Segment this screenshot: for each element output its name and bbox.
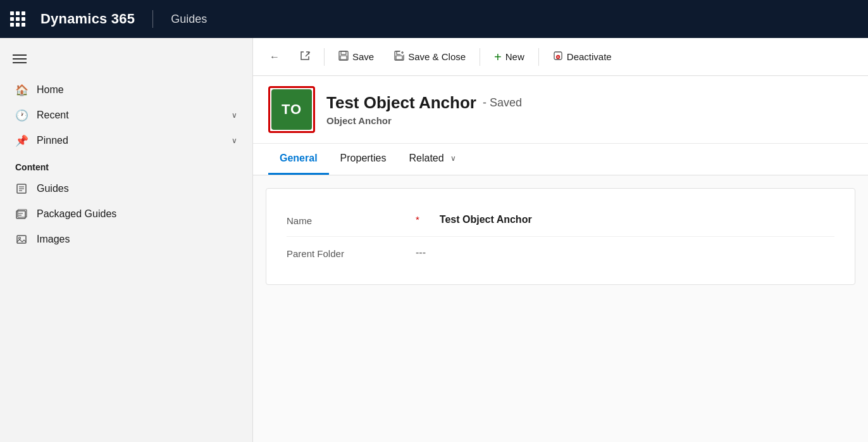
save-close-icon — [394, 51, 404, 63]
avatar: TO — [271, 89, 312, 130]
avatar-wrapper[interactable]: TO — [268, 86, 315, 133]
svg-rect-12 — [340, 56, 347, 60]
svg-rect-11 — [341, 51, 346, 54]
app-title: Dynamics 365 — [40, 11, 135, 27]
new-button[interactable]: + New — [485, 46, 533, 68]
name-value[interactable]: Test Object Anchor — [440, 214, 532, 225]
svg-rect-15 — [396, 56, 402, 60]
tab-properties-label: Properties — [340, 153, 387, 164]
sidebar-item-packaged-guides-label: Packaged Guides — [37, 208, 116, 220]
sidebar-item-images[interactable]: Images — [0, 227, 252, 252]
sidebar-item-packaged-guides[interactable]: Packaged Guides — [0, 201, 252, 227]
chevron-down-icon: ∨ — [232, 136, 237, 145]
name-label: Name — [287, 214, 400, 226]
sidebar-item-guides[interactable]: Guides — [0, 176, 252, 201]
sidebar-item-guides-label: Guides — [37, 183, 69, 194]
sidebar-item-pinned-label: Pinned — [37, 135, 68, 146]
toolbar-divider-3 — [538, 48, 539, 66]
sidebar: 🏠 Home 🕐 Recent ∨ 📌 Pinned ∨ Content — [0, 38, 253, 442]
images-icon — [15, 233, 28, 246]
tabs-bar: General Properties Related ∨ — [253, 144, 868, 175]
nav-divider — [152, 10, 153, 28]
parent-folder-label: Parent Folder — [287, 247, 400, 259]
open-icon — [300, 51, 310, 63]
app-launcher-icon[interactable] — [10, 11, 25, 27]
recent-icon: 🕐 — [15, 109, 28, 122]
module-title: Guides — [171, 13, 207, 26]
toolbar-divider — [324, 48, 325, 66]
save-icon — [338, 51, 349, 63]
record-type: Object Anchor — [326, 115, 522, 126]
new-icon: + — [494, 51, 502, 63]
save-close-button[interactable]: Save & Close — [385, 46, 474, 68]
chevron-down-icon: ∨ — [450, 154, 456, 163]
hamburger-button[interactable] — [0, 46, 252, 77]
home-icon: 🏠 — [15, 84, 28, 96]
save-label: Save — [352, 51, 374, 62]
required-indicator: * — [416, 214, 419, 225]
tab-general[interactable]: General — [268, 144, 329, 175]
save-close-label: Save & Close — [408, 51, 466, 62]
deactivate-icon — [553, 51, 563, 63]
back-button[interactable]: ← — [261, 46, 288, 68]
svg-point-9 — [19, 237, 21, 239]
top-nav: Dynamics 365 Guides — [0, 0, 868, 38]
record-saved-status: - Saved — [483, 96, 522, 110]
toolbar: ← — [253, 38, 868, 76]
svg-rect-8 — [17, 236, 26, 243]
toolbar-divider-2 — [480, 48, 480, 66]
sidebar-item-recent[interactable]: 🕐 Recent ∨ — [0, 103, 252, 128]
form-card: Name * Test Object Anchor Parent Folder … — [266, 188, 855, 285]
content-area: ← — [253, 38, 868, 442]
parent-folder-value[interactable]: --- — [416, 247, 426, 258]
form-row-parent-folder: Parent Folder --- — [287, 237, 834, 269]
sidebar-item-recent-label: Recent — [37, 110, 69, 121]
form-row-name: Name * Test Object Anchor — [287, 204, 834, 237]
guides-icon — [15, 182, 28, 195]
tab-properties[interactable]: Properties — [329, 144, 398, 175]
record-header: TO Test Object Anchor - Saved Object Anc… — [253, 76, 868, 144]
pin-icon: 📌 — [15, 134, 28, 147]
sidebar-item-pinned[interactable]: 📌 Pinned ∨ — [0, 128, 252, 153]
deactivate-label: Deactivate — [567, 51, 612, 62]
save-button[interactable]: Save — [330, 46, 383, 68]
tab-general-label: General — [280, 153, 318, 164]
record-title: Test Object Anchor — [326, 93, 476, 113]
sidebar-item-home-label: Home — [37, 84, 64, 96]
record-title-row: Test Object Anchor - Saved — [326, 93, 522, 113]
sidebar-item-images-label: Images — [37, 234, 70, 245]
main-layout: 🏠 Home 🕐 Recent ∨ 📌 Pinned ∨ Content — [0, 38, 868, 442]
tab-related[interactable]: Related ∨ — [398, 144, 468, 175]
record-title-area: Test Object Anchor - Saved Object Anchor — [326, 93, 522, 126]
sidebar-section-content: Content — [0, 153, 252, 176]
tab-related-label: Related — [409, 153, 444, 164]
chevron-down-icon: ∨ — [232, 111, 237, 120]
form-area: Name * Test Object Anchor Parent Folder … — [253, 175, 868, 442]
back-icon: ← — [270, 51, 280, 63]
packaged-guides-icon — [15, 208, 28, 220]
sidebar-item-home[interactable]: 🏠 Home — [0, 77, 252, 103]
open-button[interactable] — [291, 46, 319, 68]
avatar-initials: TO — [282, 101, 302, 118]
new-label: New — [505, 51, 524, 62]
deactivate-button[interactable]: Deactivate — [544, 46, 621, 68]
